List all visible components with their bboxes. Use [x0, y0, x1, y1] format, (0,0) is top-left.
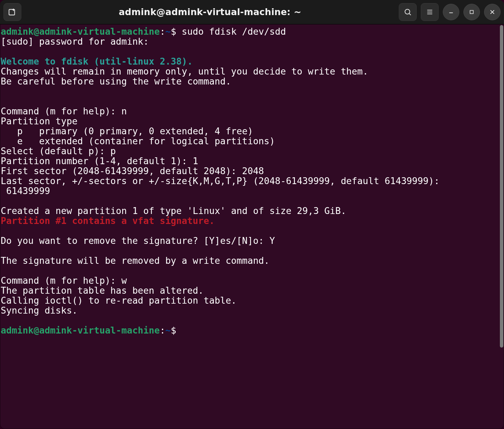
- window-title: admink@admink-virtual-machine: ~: [25, 7, 395, 17]
- minimize-icon: [448, 9, 454, 15]
- fsec-prompt: First sector (2048-61439999, default 204…: [1, 166, 242, 176]
- svg-line-4: [409, 14, 411, 15]
- close-icon: [489, 9, 495, 15]
- terminal-viewport: admink@admink-virtual-machine:~$ sudo fd…: [0, 24, 504, 429]
- fdisk-cmd-prompt-2: Command (m for help):: [1, 275, 121, 286]
- svg-rect-9: [470, 10, 473, 13]
- titlebar: admink@admink-virtual-machine: ~: [0, 0, 504, 24]
- input-n: n: [121, 106, 127, 116]
- new-tab-icon: [8, 8, 17, 16]
- prompt-sigil: $: [171, 26, 176, 37]
- sync-msg: Syncing disks.: [1, 305, 77, 316]
- input-w: w: [121, 275, 127, 286]
- cmd-text: sudo fdisk /dev/sdd: [182, 26, 286, 37]
- search-icon: [404, 8, 412, 16]
- answer-p: p: [110, 146, 116, 156]
- prompt-sep-2: :: [160, 325, 165, 336]
- prompt-sep: :: [160, 26, 165, 37]
- maximize-button[interactable]: [463, 4, 480, 20]
- prompt-cwd-2: ~: [165, 325, 171, 336]
- fdisk-careful: Be careful before using the write comman…: [1, 76, 231, 87]
- remove-q: Do you want to remove the signature? [Y]…: [1, 235, 270, 246]
- answer-pnum: 1: [193, 156, 198, 166]
- ioctl-msg: Calling ioctl() to re-read partition tab…: [1, 295, 237, 306]
- svg-point-3: [405, 9, 410, 14]
- maximize-icon: [469, 9, 474, 15]
- ptype-p: p primary (0 primary, 0 extended, 4 free…: [1, 126, 253, 136]
- answer-y: Y: [270, 235, 275, 246]
- scrollbar[interactable]: [500, 25, 503, 428]
- fdisk-welcome: Welcome to fdisk (util-linux 2.38).: [1, 56, 193, 67]
- pnum-prompt: Partition number (1-4, default 1):: [1, 156, 193, 166]
- search-button[interactable]: [399, 3, 417, 21]
- prompt-user-host-2: admink@admink-virtual-machine: [1, 325, 160, 336]
- sudo-prompt: [sudo] password for admink:: [1, 36, 154, 47]
- minimize-button[interactable]: [443, 4, 459, 20]
- altered-msg: The partition table has been altered.: [1, 285, 204, 296]
- new-tab-button[interactable]: [3, 3, 21, 21]
- created-msg: Created a new partition 1 of type 'Linux…: [1, 205, 346, 216]
- hamburger-icon: [426, 8, 434, 16]
- ptype-e: e extended (container for logical partit…: [1, 136, 275, 146]
- terminal-window: admink@admink-virtual-machine: ~: [0, 0, 504, 429]
- titlebar-right: [399, 3, 501, 21]
- ptype-header: Partition type: [1, 116, 77, 126]
- scrollbar-thumb[interactable]: [500, 25, 503, 348]
- terminal-output[interactable]: admink@admink-virtual-machine:~$ sudo fd…: [0, 24, 499, 429]
- answer-fsec: 2048: [242, 166, 264, 176]
- select-prompt: Select (default p):: [1, 146, 110, 156]
- close-button[interactable]: [484, 4, 501, 20]
- prompt-sigil-2: $: [171, 325, 176, 336]
- prompt-cwd: ~: [165, 26, 171, 37]
- fdisk-changes: Changes will remain in memory only, unti…: [1, 66, 368, 77]
- menu-button[interactable]: [421, 3, 439, 21]
- answer-lsec: 61439999: [6, 185, 50, 196]
- vfat-warning: Partition #1 contains a vfat signature.: [1, 215, 215, 226]
- fdisk-cmd-prompt: Command (m for help):: [1, 106, 121, 116]
- sig-removed-msg: The signature will be removed by a write…: [1, 255, 270, 266]
- prompt-user-host: admink@admink-virtual-machine: [1, 26, 160, 37]
- lsec-prompt: Last sector, +/-sectors or +/-size{K,M,G…: [1, 176, 445, 186]
